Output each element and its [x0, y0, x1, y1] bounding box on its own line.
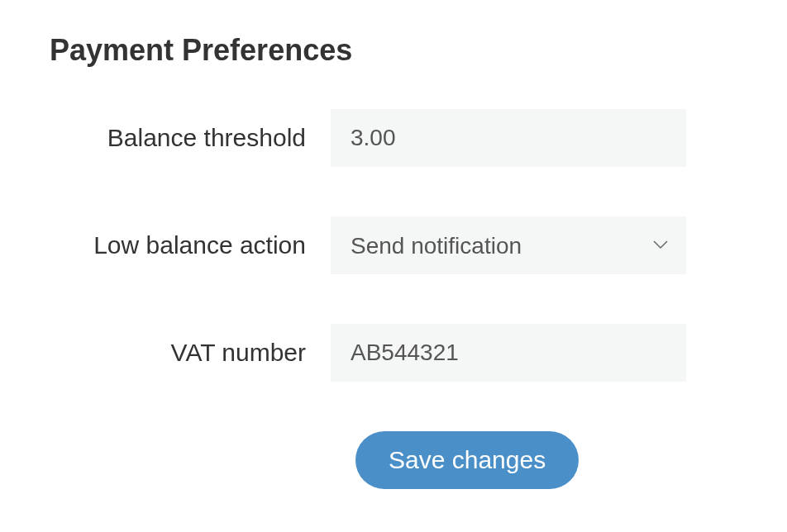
save-button[interactable]: Save changes	[355, 431, 579, 489]
button-row: Save changes	[50, 431, 737, 489]
balance-threshold-input[interactable]	[331, 109, 686, 167]
low-balance-action-row: Low balance action Send notification	[50, 216, 737, 274]
page-title: Payment Preferences	[50, 33, 737, 68]
balance-threshold-label: Balance threshold	[50, 124, 331, 152]
vat-number-label: VAT number	[50, 339, 331, 367]
low-balance-action-label: Low balance action	[50, 231, 331, 259]
low-balance-action-select-wrap: Send notification	[331, 216, 686, 274]
vat-number-row: VAT number	[50, 324, 737, 382]
balance-threshold-row: Balance threshold	[50, 109, 737, 167]
low-balance-action-select[interactable]: Send notification	[331, 216, 686, 274]
vat-number-input[interactable]	[331, 324, 686, 382]
